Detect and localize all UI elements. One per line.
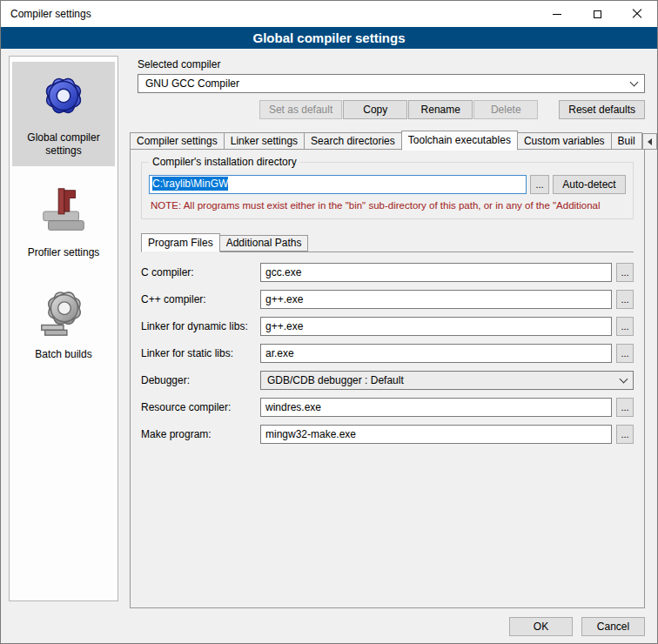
- sidebar-item-profiler-settings[interactable]: Profiler settings: [12, 177, 115, 268]
- tab-compiler-settings[interactable]: Compiler settings: [130, 132, 225, 150]
- install-dir-selected-text: C:\raylib\MinGW: [152, 177, 228, 191]
- cpp-compiler-browse-button[interactable]: ...: [616, 290, 634, 309]
- tab-scroll-left-button[interactable]: [642, 133, 657, 150]
- main-content: Selected compiler GNU GCC Compiler Set a…: [130, 53, 652, 608]
- tab-toolchain-executables[interactable]: Toolchain executables: [401, 131, 518, 151]
- c-compiler-browse-button[interactable]: ...: [616, 263, 634, 282]
- resource-compiler-browse-button[interactable]: ...: [616, 398, 634, 417]
- compiler-settings-dialog: Compiler settings Global compiler settin…: [0, 0, 658, 644]
- minimize-button[interactable]: [537, 1, 577, 27]
- selected-compiler-label: Selected compiler: [138, 58, 652, 70]
- field-row-dynamic-linker: Linker for dynamic libs: ...: [141, 317, 634, 336]
- compiler-select-value: GNU GCC Compiler: [145, 77, 239, 90]
- chevron-down-icon: [630, 77, 639, 86]
- resource-compiler-label: Resource compiler:: [141, 401, 256, 413]
- static-linker-input[interactable]: [260, 344, 612, 363]
- sidebar-item-label: Global compiler settings: [14, 131, 113, 158]
- cancel-button[interactable]: Cancel: [581, 617, 645, 636]
- minimize-icon: [553, 14, 561, 15]
- delete-button[interactable]: Delete: [473, 100, 538, 119]
- toolchain-executables-panel: Compiler's installation directory C:\ray…: [130, 149, 645, 608]
- maximize-icon: [594, 10, 601, 18]
- compiler-select[interactable]: GNU GCC Compiler: [138, 74, 645, 93]
- sidebar-item-batch-builds[interactable]: Batch builds: [12, 278, 115, 370]
- tab-build-options-truncated[interactable]: Buil: [611, 132, 642, 150]
- debugger-select-value: GDB/CDB debugger : Default: [267, 374, 404, 386]
- left-arrow-icon: [648, 138, 652, 145]
- installation-directory-group: Compiler's installation directory C:\ray…: [141, 162, 634, 219]
- sidebar-item-label: Batch builds: [35, 348, 91, 361]
- sidebar-item-label: Profiler settings: [28, 246, 100, 259]
- dialog-header: Global compiler settings: [1, 27, 657, 49]
- field-row-static-linker: Linker for static libs: ...: [141, 344, 634, 363]
- make-program-browse-button[interactable]: ...: [616, 425, 634, 444]
- window-title: Compiler settings: [10, 8, 91, 20]
- debugger-select[interactable]: GDB/CDB debugger : Default: [260, 371, 634, 390]
- compiler-actions: Set as default Copy Rename Delete Reset …: [138, 100, 645, 119]
- program-files-tab-bar: Program Files Additional Paths: [141, 233, 634, 252]
- field-row-debugger: Debugger: GDB/CDB debugger : Default: [141, 371, 634, 390]
- install-dir-input[interactable]: C:\raylib\MinGW: [149, 175, 527, 194]
- c-compiler-input[interactable]: [260, 263, 612, 282]
- rename-button[interactable]: Rename: [408, 100, 473, 119]
- static-linker-label: Linker for static libs:: [141, 347, 256, 359]
- tab-custom-variables[interactable]: Custom variables: [517, 132, 612, 150]
- tab-program-files[interactable]: Program Files: [141, 233, 220, 252]
- install-dir-browse-button[interactable]: ...: [530, 175, 549, 194]
- settings-sidebar: Global compiler settings Profiler settin…: [9, 56, 118, 601]
- close-icon: [632, 9, 642, 19]
- c-compiler-label: C compiler:: [141, 266, 256, 278]
- close-button[interactable]: [617, 1, 657, 27]
- cpp-compiler-label: C++ compiler:: [141, 293, 256, 305]
- tab-additional-paths[interactable]: Additional Paths: [219, 235, 309, 252]
- debugger-label: Debugger:: [141, 374, 256, 386]
- program-files-form: C compiler: ... C++ compiler: ... Linker…: [139, 263, 635, 444]
- resource-compiler-input[interactable]: [260, 398, 612, 417]
- field-row-c-compiler: C compiler: ...: [141, 263, 634, 282]
- tab-linker-settings[interactable]: Linker settings: [224, 132, 305, 150]
- static-linker-browse-button[interactable]: ...: [616, 344, 634, 363]
- blue-gear-icon: [37, 69, 91, 123]
- dynamic-linker-input[interactable]: [260, 317, 612, 336]
- auto-detect-button[interactable]: Auto-detect: [553, 175, 626, 194]
- chevron-down-icon: [620, 374, 628, 383]
- copy-button[interactable]: Copy: [343, 100, 407, 119]
- sidebar-item-global-compiler-settings[interactable]: Global compiler settings: [12, 62, 115, 166]
- field-row-make-program: Make program: ...: [141, 425, 634, 444]
- tab-search-directories[interactable]: Search directories: [304, 132, 402, 150]
- set-as-default-button[interactable]: Set as default: [259, 100, 342, 119]
- dynamic-linker-label: Linker for dynamic libs:: [141, 320, 256, 332]
- installation-directory-group-title: Compiler's installation directory: [149, 156, 300, 168]
- maximize-button[interactable]: [577, 1, 617, 27]
- make-program-label: Make program:: [141, 428, 256, 440]
- dialog-footer: OK Cancel: [509, 617, 645, 636]
- make-program-input[interactable]: [260, 425, 612, 444]
- field-row-cpp-compiler: C++ compiler: ...: [141, 290, 634, 309]
- settings-tab-bar: Compiler settings Linker settings Search…: [130, 130, 652, 150]
- install-dir-note: NOTE: All programs must exist either in …: [151, 200, 626, 211]
- dynamic-linker-browse-button[interactable]: ...: [616, 317, 634, 336]
- cpp-compiler-input[interactable]: [260, 290, 612, 309]
- field-row-resource-compiler: Resource compiler: ...: [141, 398, 634, 417]
- tab-scroll-buttons: [641, 133, 658, 150]
- ok-button[interactable]: OK: [509, 617, 573, 636]
- profiler-tool-icon: [37, 184, 91, 238]
- gray-gear-icon: [37, 285, 91, 339]
- reset-defaults-button[interactable]: Reset defaults: [559, 100, 645, 119]
- title-bar: Compiler settings: [1, 1, 657, 27]
